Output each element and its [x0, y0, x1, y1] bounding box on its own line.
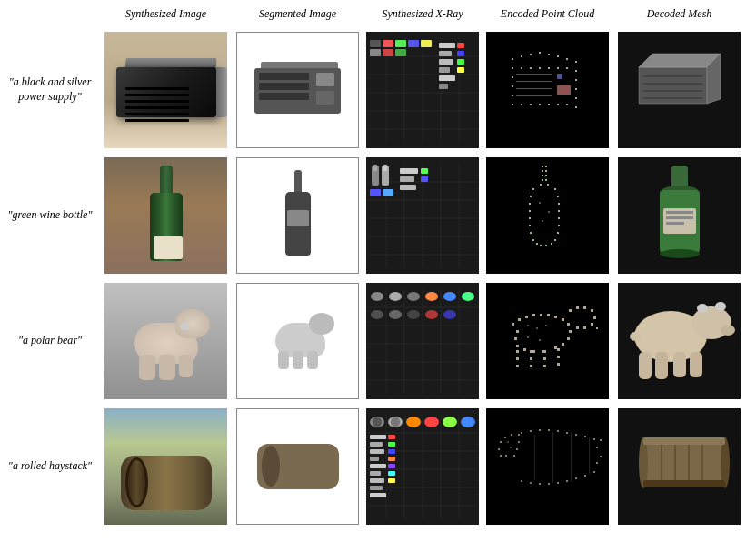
header-label-col: [0, 0, 100, 27]
svg-rect-279: [521, 480, 522, 482]
svg-rect-124: [551, 243, 552, 245]
svg-rect-243: [370, 449, 384, 454]
svg-rect-263: [518, 441, 520, 443]
svg-rect-290: [596, 462, 598, 464]
svg-rect-20: [439, 51, 452, 56]
pc-svg-3: [489, 412, 607, 521]
svg-point-234: [373, 417, 382, 427]
svg-rect-102: [545, 175, 547, 176]
svg-rect-54: [521, 104, 522, 105]
svg-rect-198: [596, 327, 598, 329]
svg-rect-16: [370, 49, 381, 56]
svg-rect-96: [489, 161, 607, 270]
svg-point-237: [406, 417, 421, 427]
svg-rect-295: [589, 437, 590, 474]
svg-rect-281: [539, 483, 541, 485]
svg-rect-167: [525, 316, 528, 318]
svg-rect-175: [567, 337, 570, 340]
svg-rect-31: [521, 55, 522, 57]
svg-rect-288: [596, 447, 598, 448]
svg-rect-98: [545, 166, 547, 167]
svg-rect-27: [457, 59, 464, 65]
header-mesh: Decoded Mesh: [613, 0, 745, 27]
svg-rect-291: [600, 456, 602, 457]
svg-rect-93: [400, 185, 416, 190]
svg-point-157: [443, 292, 456, 301]
svg-rect-91: [400, 168, 418, 174]
svg-rect-116: [554, 188, 556, 190]
svg-rect-278: [593, 438, 595, 440]
row-label-3: "a rolled haystack": [0, 404, 100, 529]
svg-rect-34: [548, 54, 550, 55]
svg-rect-287: [593, 471, 595, 473]
svg-rect-258: [498, 448, 500, 450]
svg-rect-48: [566, 67, 568, 69]
svg-rect-178: [516, 330, 519, 333]
svg-rect-97: [542, 166, 543, 167]
svg-rect-176: [562, 343, 564, 346]
svg-rect-168: [532, 314, 535, 316]
svg-rect-272: [539, 429, 541, 431]
svg-rect-51: [575, 88, 577, 90]
svg-rect-135: [666, 211, 693, 214]
svg-rect-41: [512, 95, 513, 96]
svg-rect-22: [439, 67, 450, 73]
svg-rect-182: [532, 350, 535, 353]
svg-rect-25: [457, 43, 464, 48]
svg-rect-217: [639, 352, 652, 379]
svg-rect-282: [548, 483, 550, 485]
svg-rect-47: [557, 67, 559, 69]
svg-point-138: [660, 249, 700, 258]
svg-rect-50: [575, 79, 577, 81]
svg-rect-197: [591, 323, 593, 326]
svg-rect-18: [395, 49, 406, 56]
svg-rect-193: [593, 316, 596, 319]
svg-rect-61: [516, 81, 552, 82]
svg-rect-12: [383, 40, 393, 47]
svg-rect-292: [534, 435, 535, 480]
mesh-image-1: [613, 153, 745, 278]
svg-rect-172: [562, 318, 564, 321]
svg-rect-11: [370, 40, 381, 47]
svg-rect-218: [655, 352, 668, 379]
svg-rect-65: [557, 74, 562, 79]
svg-rect-205: [543, 350, 546, 353]
svg-rect-264: [516, 448, 518, 450]
svg-rect-261: [511, 434, 512, 436]
svg-point-150: [371, 292, 383, 301]
svg-rect-56: [539, 104, 541, 105]
seg-image-0: [232, 27, 363, 153]
svg-rect-44: [530, 67, 532, 69]
svg-rect-200: [516, 357, 519, 360]
pc-svg-0: [489, 35, 607, 145]
svg-rect-169: [540, 314, 542, 316]
svg-rect-262: [518, 434, 520, 436]
svg-rect-125: [540, 245, 542, 246]
svg-point-152: [389, 292, 402, 301]
svg-rect-260: [504, 437, 506, 438]
svg-rect-181: [523, 348, 526, 351]
xray-svg-0: [368, 38, 477, 143]
svg-rect-166: [518, 318, 521, 321]
svg-rect-267: [500, 455, 502, 457]
svg-rect-40: [512, 85, 513, 87]
svg-rect-92: [400, 176, 414, 182]
svg-rect-202: [530, 350, 532, 353]
svg-rect-189: [569, 309, 572, 312]
svg-rect-23: [439, 75, 455, 81]
svg-rect-185: [536, 327, 538, 329]
svg-rect-104: [545, 179, 547, 181]
svg-rect-251: [388, 442, 395, 447]
svg-rect-255: [388, 471, 395, 476]
svg-rect-38: [512, 67, 513, 69]
svg-rect-137: [666, 222, 684, 225]
svg-rect-126: [545, 245, 547, 246]
svg-rect-203: [530, 357, 532, 360]
svg-rect-294: [571, 433, 572, 481]
svg-point-239: [443, 417, 457, 427]
svg-rect-171: [554, 316, 557, 318]
svg-rect-276: [575, 434, 577, 436]
svg-rect-108: [530, 196, 532, 197]
svg-point-158: [462, 292, 474, 301]
seg-image-2: [232, 278, 363, 404]
